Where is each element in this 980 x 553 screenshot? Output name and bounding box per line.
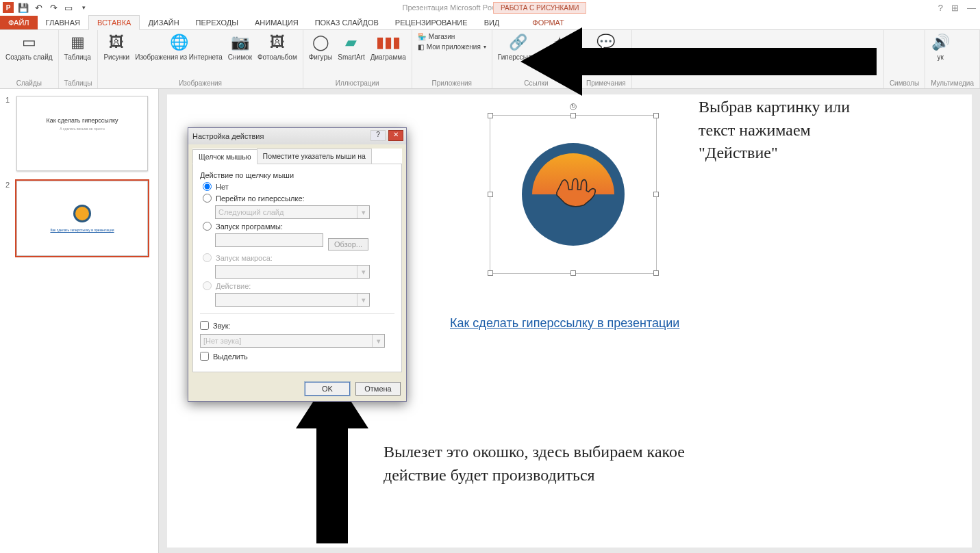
audio-button[interactable]: 🔊ук <box>931 33 950 62</box>
tab-insert[interactable]: ВСТАВКА <box>88 15 140 30</box>
annotation-arrow-left-icon <box>520 21 877 103</box>
dialog-help-button[interactable]: ? <box>370 130 386 141</box>
resize-handle[interactable] <box>488 113 493 118</box>
tab-review[interactable]: РЕЦЕНЗИРОВАНИЕ <box>387 16 476 29</box>
slide-thumbnail-1[interactable]: 1 Как сделать гиперссылку А сделать весь… <box>5 96 153 171</box>
new-slide-button[interactable]: ▭Создать слайд <box>5 33 53 62</box>
table-icon: ▦ <box>68 33 87 52</box>
group-symbols-label: Символы <box>890 78 919 87</box>
resize-handle[interactable] <box>570 270 576 276</box>
speaker-icon: 🔊 <box>931 33 950 52</box>
pictures-button[interactable]: 🖼Рисунки <box>103 33 129 62</box>
resize-handle[interactable] <box>570 113 576 118</box>
chart-icon: ▮▮▮ <box>379 33 398 52</box>
radio-macro-label: Запуск макроса: <box>216 254 273 262</box>
table-button[interactable]: ▦Таблица <box>64 33 91 62</box>
radio-program-label[interactable]: Запуск программы: <box>216 222 283 231</box>
screenshot-icon: 📷 <box>230 33 249 52</box>
dialog-tab-click[interactable]: Щелчок мышью <box>192 149 257 164</box>
chevron-down-icon: ▾ <box>357 266 369 278</box>
dialog-title-bar[interactable]: Настройка действия ? ✕ <box>188 128 406 144</box>
sound-dropdown[interactable]: [Нет звука]▾ <box>200 334 385 348</box>
slide-thumbnail-2[interactable]: 2 Как сделать гиперссылку в презентации <box>5 181 153 256</box>
group-tables-label: Таблицы <box>64 78 92 87</box>
smartart-button[interactable]: ▰SmartArt <box>338 33 364 62</box>
qat-more-icon[interactable]: ▾ <box>78 2 89 13</box>
smartart-icon: ▰ <box>342 33 361 52</box>
store-button[interactable]: 🏪Магазин <box>418 33 486 40</box>
browse-button[interactable]: Обзор... <box>328 238 368 250</box>
action-settings-dialog: Настройка действия ? ✕ Щелчок мышью Поме… <box>188 127 407 402</box>
checkbox-sound[interactable] <box>200 321 209 330</box>
radio-hyperlink-label[interactable]: Перейти по гиперссылке: <box>216 194 305 203</box>
rotate-handle[interactable] <box>570 103 577 110</box>
radio-run-macro <box>203 253 212 262</box>
selected-image-frame[interactable] <box>490 115 657 274</box>
resize-handle[interactable] <box>488 192 493 197</box>
shapes-icon: ◯ <box>311 33 330 52</box>
radio-hyperlink[interactable] <box>203 194 212 203</box>
slide-hyperlink-text[interactable]: Как сделать гиперссылку в презентации <box>450 316 679 331</box>
ribbon-options-icon[interactable]: ⊞ <box>951 3 959 13</box>
undo-icon[interactable]: ↶ <box>33 2 44 13</box>
dialog-title: Настройка действия <box>192 132 264 140</box>
tab-design[interactable]: ДИЗАЙН <box>140 16 187 29</box>
hand-shaka-icon <box>546 162 601 217</box>
radio-action-label: Действие: <box>216 282 251 290</box>
screenshot-button[interactable]: 📷Снимок <box>228 33 252 62</box>
checkbox-highlight-label[interactable]: Выделить <box>213 352 248 361</box>
resize-handle[interactable] <box>488 270 493 276</box>
redo-icon[interactable]: ↷ <box>48 2 59 13</box>
chart-button[interactable]: ▮▮▮Диаграмма <box>370 33 406 62</box>
resize-handle[interactable] <box>653 192 659 197</box>
my-apps-button[interactable]: ◧Мои приложения▾ <box>418 43 486 51</box>
svg-marker-0 <box>520 27 877 96</box>
slide-image[interactable] <box>522 143 625 246</box>
dialog-tab-hover[interactable]: Поместите указатель мыши на <box>257 149 372 164</box>
checkbox-highlight[interactable] <box>200 352 209 361</box>
help-icon[interactable]: ? <box>938 3 943 13</box>
tab-slideshow[interactable]: ПОКАЗ СЛАЙДОВ <box>307 16 387 29</box>
annotation-bottom-text: Вылезет это окошко, здесь выбираем какое… <box>384 441 712 487</box>
resize-handle[interactable] <box>653 113 659 118</box>
radio-action <box>203 281 212 290</box>
tab-animation[interactable]: АНИМАЦИЯ <box>247 16 307 29</box>
online-pictures-icon: 🌐 <box>169 33 188 52</box>
radio-none-label[interactable]: Нет <box>216 183 229 191</box>
action-group-label: Действие по щелчку мыши <box>200 171 394 179</box>
pictures-icon: 🖼 <box>107 33 126 52</box>
resize-handle[interactable] <box>653 270 659 276</box>
contextual-tab-label: РАБОТА С РИСУНКАМИ <box>493 2 586 14</box>
save-icon[interactable]: 💾 <box>18 2 29 13</box>
title-bar: P 💾 ↶ ↷ ▭ ▾ Презентация Microsoft PowerP… <box>0 0 980 15</box>
photo-album-icon: 🖼 <box>268 33 287 52</box>
radio-run-program[interactable] <box>203 222 212 231</box>
radio-none[interactable] <box>203 182 212 191</box>
slideshow-icon[interactable]: ▭ <box>63 2 74 13</box>
dialog-close-button[interactable]: ✕ <box>388 130 403 141</box>
tab-file[interactable]: ФАЙЛ <box>0 16 38 29</box>
apps-icon: ◧ <box>418 43 424 51</box>
store-icon: 🏪 <box>418 33 426 40</box>
group-apps-label: Приложения <box>418 78 486 87</box>
tab-home[interactable]: ГЛАВНАЯ <box>38 16 88 29</box>
checkbox-sound-label[interactable]: Звук: <box>213 322 231 330</box>
group-slides-label: Слайды <box>5 78 53 87</box>
hyperlink-dropdown[interactable]: Следующий слайд▾ <box>215 205 370 219</box>
minimize-icon[interactable]: — <box>967 3 976 13</box>
group-illustrations-label: Иллюстрации <box>309 78 406 87</box>
cancel-button[interactable]: Отмена <box>355 382 401 396</box>
photo-album-button[interactable]: 🖼Фотоальбом <box>257 33 297 62</box>
online-pictures-button[interactable]: 🌐Изображения из Интернета <box>135 33 223 62</box>
chevron-down-icon[interactable]: ▾ <box>372 335 384 347</box>
quick-access-toolbar: P 💾 ↶ ↷ ▭ ▾ <box>0 2 89 13</box>
thumbnail-pane[interactable]: 1 Как сделать гиперссылку А сделать весь… <box>0 89 159 553</box>
tab-view[interactable]: ВИД <box>476 16 508 29</box>
chevron-down-icon[interactable]: ▾ <box>357 206 369 218</box>
program-path-input[interactable] <box>215 233 323 247</box>
shapes-button[interactable]: ◯Фигуры <box>309 33 332 62</box>
new-slide-icon: ▭ <box>19 33 38 52</box>
tab-transitions[interactable]: ПЕРЕХОДЫ <box>188 16 247 29</box>
ok-button[interactable]: OK <box>305 382 350 396</box>
group-images-label: Изображения <box>103 78 297 87</box>
